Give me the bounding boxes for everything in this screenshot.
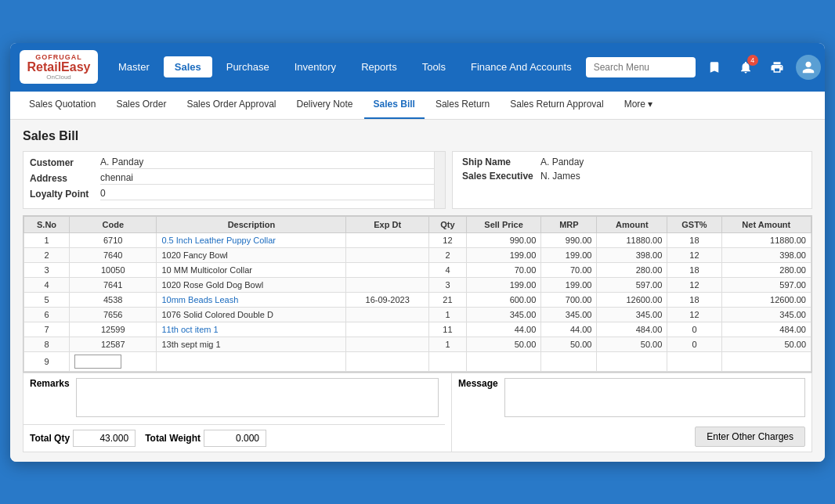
table-cell: 6710 xyxy=(70,232,157,247)
table-cell: 10 MM Multicolor Collar xyxy=(157,262,346,277)
other-charges-button[interactable]: Enter Other Charges xyxy=(695,427,805,447)
table-cell-empty xyxy=(667,351,721,371)
bill-table: S.NoCodeDescriptionExp DtQtySell PriceMR… xyxy=(23,216,812,372)
nav-reports[interactable]: Reports xyxy=(350,56,408,77)
table-cell: 13th sept mig 1 xyxy=(157,337,346,351)
total-weight-input[interactable] xyxy=(204,430,266,447)
table-cell: 70.00 xyxy=(466,262,540,277)
table-cell: 11 xyxy=(429,322,467,337)
table-cell: 12587 xyxy=(70,337,157,351)
table-cell: 12 xyxy=(667,277,721,292)
scrollbar[interactable] xyxy=(434,152,445,208)
table-cell: 11880.00 xyxy=(597,232,667,247)
table-cell-empty xyxy=(466,351,540,371)
remarks-textarea[interactable] xyxy=(76,378,439,417)
nav-inventory[interactable]: Inventory xyxy=(284,56,347,77)
subnav-sales-bill[interactable]: Sales Bill xyxy=(364,91,425,119)
customer-label: Customer xyxy=(30,157,100,168)
table-cell: 18 xyxy=(667,262,721,277)
subnav-delivery-note[interactable]: Delivery Note xyxy=(287,91,362,119)
nav-sales[interactable]: Sales xyxy=(164,56,212,77)
table-cell: 8 xyxy=(24,337,70,351)
table-cell-empty: 9 xyxy=(24,351,70,371)
table-header-cell: Net Amount xyxy=(721,216,811,232)
table-cell xyxy=(346,307,429,322)
table-cell[interactable]: 11th oct item 1 xyxy=(157,322,346,337)
bill-table-wrapper: S.NoCodeDescriptionExp DtQtySell PriceMR… xyxy=(23,216,812,372)
user-avatar-button[interactable] xyxy=(796,55,821,80)
search-input[interactable] xyxy=(586,57,696,77)
nav-purchase[interactable]: Purchase xyxy=(215,56,280,77)
app-logo: GOFRUGAL RetailEasy OnCloud xyxy=(20,50,98,84)
new-row-code-input[interactable] xyxy=(74,355,121,369)
table-cell-empty xyxy=(721,351,811,371)
table-cell: 1020 Fancy Bowl xyxy=(157,247,346,262)
table-cell[interactable]: 10mm Beads Leash xyxy=(157,292,346,307)
table-cell: 2 xyxy=(429,247,467,262)
table-cell: 21 xyxy=(429,292,467,307)
main-content: Sales Bill Customer A. Panday Address ch… xyxy=(10,120,825,462)
customer-info-left: Customer A. Panday Address chennai Loyal… xyxy=(23,151,446,209)
table-cell: 990.00 xyxy=(466,232,540,247)
sales-exec-label: Sales Executive xyxy=(462,171,540,182)
table-row: 276401020 Fancy Bowl2199.00199.00398.001… xyxy=(24,247,812,262)
nav-master[interactable]: Master xyxy=(107,56,161,77)
table-cell: 1 xyxy=(429,307,467,322)
table-cell: 1020 Rose Gold Dog Bowl xyxy=(157,277,346,292)
table-cell: 1 xyxy=(429,337,467,351)
table-cell: 44.00 xyxy=(466,322,540,337)
bookmark-button[interactable] xyxy=(702,55,727,80)
table-cell: 345.00 xyxy=(541,307,597,322)
table-cell: 7641 xyxy=(70,277,157,292)
table-cell: 44.00 xyxy=(541,322,597,337)
subnav-sales-return-approval[interactable]: Sales Return Approval xyxy=(501,91,613,119)
table-cell: 398.00 xyxy=(597,247,667,262)
table-cell: 12600.00 xyxy=(597,292,667,307)
table-cell xyxy=(346,322,429,337)
table-cell: 0 xyxy=(667,322,721,337)
subnav-sales-order[interactable]: Sales Order xyxy=(107,91,175,119)
table-cell: 18 xyxy=(667,232,721,247)
table-cell[interactable]: 0.5 Inch Leather Puppy Collar xyxy=(157,232,346,247)
print-button[interactable] xyxy=(765,55,790,80)
table-cell: 199.00 xyxy=(541,247,597,262)
table-cell-empty xyxy=(541,351,597,371)
logo-bottom-text: OnCloud xyxy=(46,74,71,81)
nav-finance[interactable]: Finance And Accounts xyxy=(460,56,583,77)
subnav-sales-order-approval[interactable]: Sales Order Approval xyxy=(177,91,285,119)
table-row: 31005010 MM Multicolor Collar470.0070.00… xyxy=(24,262,812,277)
table-cell: 12 xyxy=(667,247,721,262)
table-row: 476411020 Rose Gold Dog Bowl3199.00199.0… xyxy=(24,277,812,292)
table-cell: 50.00 xyxy=(466,337,540,351)
table-row: 71259911th oct item 11144.0044.00484.000… xyxy=(24,322,812,337)
subnav-bar: Sales Quotation Sales Order Sales Order … xyxy=(10,92,825,120)
table-cell: 1 xyxy=(24,232,70,247)
table-cell: 50.00 xyxy=(541,337,597,351)
totals-row: Total Qty Total Weight xyxy=(23,424,445,452)
table-cell: 4538 xyxy=(70,292,157,307)
table-header-cell: MRP xyxy=(541,216,597,232)
subnav-sales-quotation[interactable]: Sales Quotation xyxy=(20,91,105,119)
table-cell: 199.00 xyxy=(466,277,540,292)
message-section: Message Enter Other Charges xyxy=(451,373,812,452)
table-cell: 345.00 xyxy=(721,307,811,322)
subnav-more[interactable]: More ▾ xyxy=(615,91,663,119)
table-cell: 12599 xyxy=(70,322,157,337)
loyalty-value: 0 xyxy=(100,188,439,200)
table-row: 167100.5 Inch Leather Puppy Collar12990.… xyxy=(24,232,812,247)
total-qty-input[interactable] xyxy=(73,430,136,447)
customer-value: A. Panday xyxy=(100,157,439,169)
nav-tools[interactable]: Tools xyxy=(411,56,457,77)
table-cell: 18 xyxy=(667,292,721,307)
table-cell: 11880.00 xyxy=(721,232,811,247)
table-header-cell: Amount xyxy=(597,216,667,232)
table-header-cell: Exp Dt xyxy=(346,216,429,232)
table-cell: 398.00 xyxy=(721,247,811,262)
message-textarea[interactable] xyxy=(504,378,805,417)
notification-button[interactable]: 4 xyxy=(733,55,758,80)
table-cell: 597.00 xyxy=(597,277,667,292)
customer-info-panel: Customer A. Panday Address chennai Loyal… xyxy=(23,151,812,209)
subnav-sales-return[interactable]: Sales Return xyxy=(426,91,499,119)
table-cell: 280.00 xyxy=(597,262,667,277)
logo-main-text: RetailEasy xyxy=(27,61,91,74)
